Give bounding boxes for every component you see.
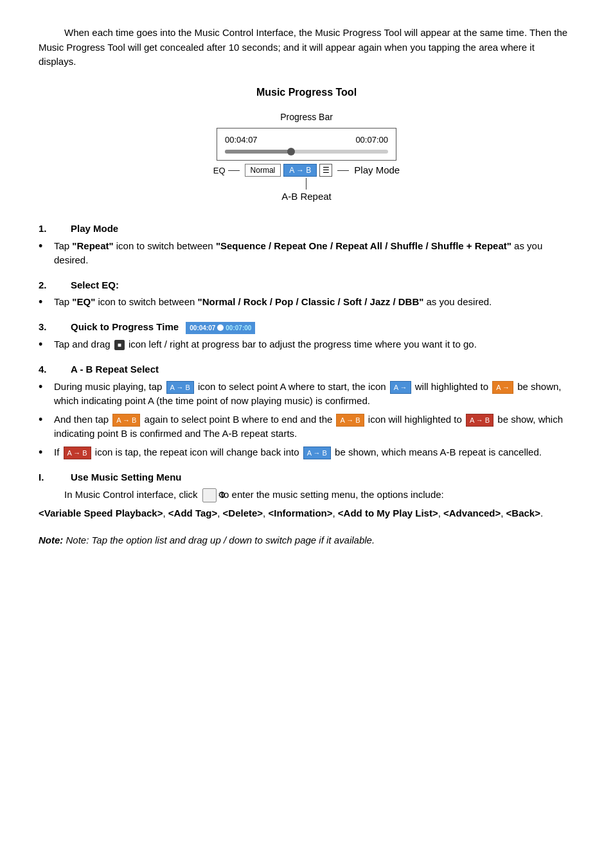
diagram-wrapper: Progress Bar 00:04:07 00:07:00 EQ Normal [197, 111, 416, 204]
section-i-options: <Variable Speed Playback>, <Add Tag>, <D… [39, 506, 574, 521]
section-3-number: 3. [39, 320, 71, 335]
ab-tag-blue-1: A → B [166, 381, 194, 394]
section-2-bullet-1: • Tap "EQ" icon to switch between "Norma… [39, 295, 574, 310]
section-4-bullet-2: • And then tap A → B again to select poi… [39, 412, 574, 441]
time-end: 00:07:00 [355, 134, 388, 146]
ab-tag-red-2: A → B [64, 447, 91, 460]
ab-tag-orange-2: A → B [112, 414, 140, 427]
time-start: 00:04:07 [225, 134, 258, 146]
section-4-header: 4. A - B Repeat Select [39, 362, 574, 377]
drag-icon: ■ [114, 340, 125, 350]
section-2-bullet-text: Tap "EQ" icon to switch between "Normal … [54, 295, 574, 310]
ab-repeat-label: A-B Repeat [281, 190, 332, 204]
progress-fill [225, 150, 290, 154]
diagram-title: Music Progress Tool [256, 85, 357, 100]
section-2-header: 2. Select EQ: [39, 278, 574, 293]
section-4-title: A - B Repeat Select [71, 362, 159, 377]
ab-tag-blue-2: A → [390, 381, 411, 394]
section-4-bullet-3: • If A → B icon is tap, the repeat icon … [39, 445, 574, 460]
bullet-dot-4c: • [39, 445, 51, 460]
progress-mini-thumb [217, 324, 224, 331]
bullet-dot: • [39, 239, 51, 254]
section-2-title: Select EQ: [71, 278, 119, 293]
progress-mini-bar: 00:04:07 00:07:00 [186, 322, 255, 334]
ab-tag-orange-1: A → [492, 381, 513, 394]
intro-paragraph: When each time goes into the Music Contr… [39, 26, 574, 69]
progress-box: 00:04:07 00:07:00 [217, 128, 396, 161]
bullet-dot-4a: • [39, 380, 51, 394]
section-1-bullet-1: • Tap "Repeat" icon to switch between "S… [39, 239, 574, 268]
section-3-bullet-text: Tap and drag ■ icon left / right at prog… [54, 337, 574, 352]
section-1-header: 1. Play Mode [39, 222, 574, 236]
section-play-mode: 1. Play Mode • Tap "Repeat" icon to swit… [39, 222, 574, 268]
note-text: Note: Note: Tap the option list and drag… [39, 533, 574, 548]
section-3-title: Quick to Progress Time 00:04:07 00:07:00 [71, 320, 260, 335]
progress-mini-diagram: 00:04:07 00:07:00 [183, 322, 258, 334]
normal-button[interactable]: Normal [245, 164, 281, 177]
section-1-bullet-text: Tap "Repeat" icon to switch between "Seq… [54, 239, 574, 268]
gear-icon: ⚙ [202, 488, 217, 502]
section-4-bullet-3-text: If A → B icon is tap, the repeat icon wi… [54, 445, 574, 460]
section-progress-time: 3. Quick to Progress Time 00:04:07 00:07… [39, 320, 574, 352]
section-i-intro: In Music Control interface, click ⚙ to e… [39, 488, 574, 502]
section-i-header: I. Use Music Setting Menu [39, 470, 574, 485]
section-3-header: 3. Quick to Progress Time 00:04:07 00:07… [39, 320, 574, 335]
section-1-title: Play Mode [71, 222, 118, 236]
progress-track[interactable] [225, 150, 388, 154]
section-i-number: I. [39, 470, 71, 485]
progress-thumb[interactable] [287, 148, 295, 155]
section-music-setting: I. Use Music Setting Menu In Music Contr… [39, 470, 574, 520]
ab-button[interactable]: A → B [283, 164, 317, 177]
section-2-number: 2. [39, 278, 71, 293]
bullet-dot-2: • [39, 295, 51, 310]
section-3-bullet-1: • Tap and drag ■ icon left / right at pr… [39, 337, 574, 352]
progress-times: 00:04:07 00:07:00 [225, 134, 388, 146]
ab-tag-red-1: A → B [466, 414, 493, 427]
section-1-number: 1. [39, 222, 71, 236]
ab-repeat-section: A-B Repeat [281, 178, 332, 204]
play-mode-label: Play Mode [354, 163, 400, 178]
section-4-bullet-1-text: During music playing, tap A → B icon to … [54, 380, 574, 409]
bullet-dot-3: • [39, 337, 51, 352]
diagram-section: Music Progress Tool Progress Bar 00:04:0… [39, 85, 574, 204]
section-4-bullet-1: • During music playing, tap A → B icon t… [39, 380, 574, 409]
section-4-bullet-2-text: And then tap A → B again to select point… [54, 412, 574, 441]
bullet-dot-4b: • [39, 412, 51, 427]
section-ab-repeat: 4. A - B Repeat Select • During music pl… [39, 362, 574, 460]
ab-tag-orange-3: A → B [336, 414, 364, 427]
section-4-number: 4. [39, 362, 71, 377]
ab-tag-blue-3: A → B [303, 447, 331, 460]
eq-label: EQ [213, 164, 226, 177]
section-i-title: Use Music Setting Menu [71, 470, 182, 485]
section-eq: 2. Select EQ: • Tap "EQ" icon to switch … [39, 278, 574, 310]
progress-bar-label: Progress Bar [280, 111, 333, 124]
